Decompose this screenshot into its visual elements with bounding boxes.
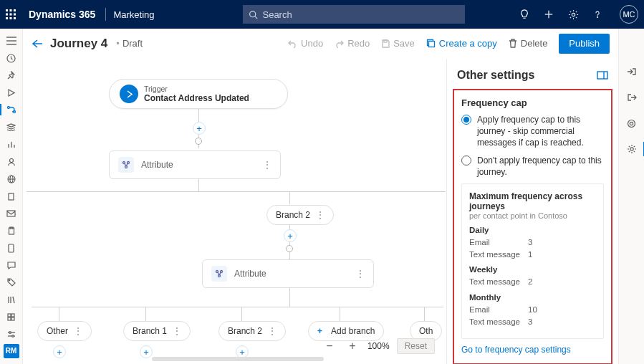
settings-icon[interactable] — [568, 9, 592, 20]
hamburger-icon[interactable] — [0, 33, 23, 49]
publish-button[interactable]: Publish — [559, 34, 610, 54]
trigger-value: Contact Address Updated — [144, 93, 249, 103]
svg-rect-2 — [14, 9, 16, 11]
app-launcher-icon[interactable] — [6, 9, 23, 19]
user-avatar[interactable]: MC — [620, 5, 638, 24]
zoom-in-button[interactable]: + — [345, 338, 360, 354]
monthly-email-value: 10 — [528, 304, 537, 316]
status-separator: • — [116, 38, 120, 49]
svg-point-14 — [572, 13, 575, 16]
connector-dot — [195, 138, 202, 145]
journey-canvas[interactable]: Trigger Contact Address Updated + Attrib… — [23, 59, 446, 364]
svg-line-20 — [8, 77, 10, 79]
svg-point-51 — [630, 122, 633, 125]
svg-point-38 — [9, 280, 10, 282]
more-icon[interactable]: ⋮ — [268, 326, 277, 336]
add-icon[interactable] — [544, 9, 568, 19]
stack-icon[interactable] — [0, 119, 23, 135]
svg-rect-43 — [11, 314, 14, 317]
canvas-scrollbar[interactable] — [152, 357, 324, 361]
lightbulb-icon[interactable] — [519, 9, 544, 19]
add-node-button[interactable]: + — [140, 345, 153, 358]
delete-button[interactable]: Delete — [503, 34, 554, 54]
trigger-node[interactable]: Trigger Contact Address Updated — [109, 79, 288, 109]
help-icon[interactable] — [592, 9, 617, 19]
clipboard-icon[interactable] — [0, 223, 23, 239]
attribute-node[interactable]: Attribute ⋮ — [202, 259, 374, 288]
settings-panel: Other settings Frequency cap Apply frequ… — [446, 59, 618, 364]
building-icon[interactable] — [0, 188, 23, 204]
recent-icon[interactable] — [0, 50, 23, 66]
back-button[interactable] — [32, 39, 50, 49]
main-area: Journey 4 • Draft Undo Redo Save Create … — [23, 29, 618, 364]
gear-icon[interactable] — [619, 140, 645, 158]
mobile-icon[interactable] — [0, 240, 23, 256]
card-title: Maximum frequency across journeys — [469, 191, 596, 211]
add-node-button[interactable]: + — [53, 345, 66, 358]
attribute-node[interactable]: Attribute ⋮ — [109, 150, 281, 179]
redo-button[interactable]: Redo — [329, 34, 375, 54]
connector — [289, 285, 290, 307]
attribute-label: Attribute — [234, 269, 266, 279]
more-icon[interactable]: ⋮ — [74, 326, 82, 336]
brand-label[interactable]: Dynamics 365 — [23, 9, 101, 20]
zoom-reset-button[interactable]: Reset — [397, 338, 435, 354]
panel-collapse-icon[interactable] — [597, 71, 608, 80]
svg-point-9 — [250, 11, 256, 16]
mail-icon[interactable] — [0, 206, 23, 221]
freq-settings-link[interactable]: Go to frequency cap settings — [461, 345, 604, 355]
journey-icon[interactable] — [0, 102, 23, 118]
signout-icon[interactable] — [619, 89, 645, 106]
svg-point-49 — [11, 335, 14, 337]
attribute-label: Attribute — [141, 160, 173, 170]
branch-1[interactable]: Branch 1⋮ — [123, 321, 191, 341]
pin-icon[interactable] — [0, 67, 23, 83]
connector — [241, 307, 242, 321]
zoom-out-button[interactable]: − — [322, 338, 337, 354]
svg-rect-33 — [7, 211, 15, 216]
card-subtitle: per contact point in Contoso — [469, 211, 596, 220]
svg-rect-42 — [8, 314, 11, 317]
status-label: Draft — [122, 38, 143, 49]
play-icon[interactable] — [0, 85, 23, 100]
svg-point-50 — [628, 120, 635, 127]
tag-icon[interactable] — [0, 274, 23, 290]
add-node-button[interactable]: + — [193, 122, 206, 135]
chart-icon[interactable] — [0, 137, 23, 153]
more-icon[interactable]: ⋮ — [249, 160, 271, 170]
brand-separator — [105, 8, 106, 21]
rm-badge[interactable]: RM — [4, 344, 19, 358]
bucket-weekly: Weekly — [469, 265, 596, 274]
save-button[interactable]: Save — [375, 34, 420, 54]
signin-icon[interactable] — [619, 63, 645, 80]
branch-other[interactable]: Other⋮ — [37, 321, 92, 341]
comment-icon[interactable] — [0, 257, 23, 273]
freq-option-dont-apply[interactable]: Don't apply frequency cap to this journe… — [461, 155, 604, 178]
sliders-icon[interactable] — [0, 327, 23, 343]
global-search[interactable]: Search — [243, 5, 465, 24]
target-icon[interactable] — [619, 115, 645, 132]
globe-icon[interactable] — [0, 171, 23, 187]
branch-node[interactable]: Branch 2⋮ — [266, 205, 334, 225]
top-nav: Dynamics 365 Marketing Search MC — [0, 0, 644, 29]
svg-point-21 — [7, 107, 9, 109]
connector — [27, 191, 446, 192]
add-node-button[interactable]: + — [284, 229, 297, 242]
grid-icon[interactable] — [0, 310, 23, 325]
bucket-daily: Daily — [469, 226, 596, 234]
create-copy-button[interactable]: Create a copy — [420, 34, 503, 54]
svg-rect-44 — [8, 317, 11, 320]
page-title: Journey 4 — [50, 37, 107, 51]
freq-option-apply[interactable]: Apply frequency cap to this journey - sk… — [461, 114, 604, 149]
more-icon[interactable]: ⋮ — [316, 210, 325, 220]
area-label[interactable]: Marketing — [110, 9, 157, 20]
more-icon[interactable]: ⋮ — [173, 326, 181, 336]
more-icon[interactable]: ⋮ — [342, 269, 365, 279]
person-icon[interactable] — [0, 154, 23, 170]
undo-button[interactable]: Undo — [282, 34, 329, 54]
frequency-cap-section: Frequency cap Apply frequency cap to thi… — [453, 89, 612, 364]
library-icon[interactable] — [0, 292, 23, 307]
svg-line-41 — [13, 297, 14, 303]
branch-2[interactable]: Branch 2⋮ — [218, 321, 286, 341]
frequency-title: Frequency cap — [461, 97, 604, 108]
